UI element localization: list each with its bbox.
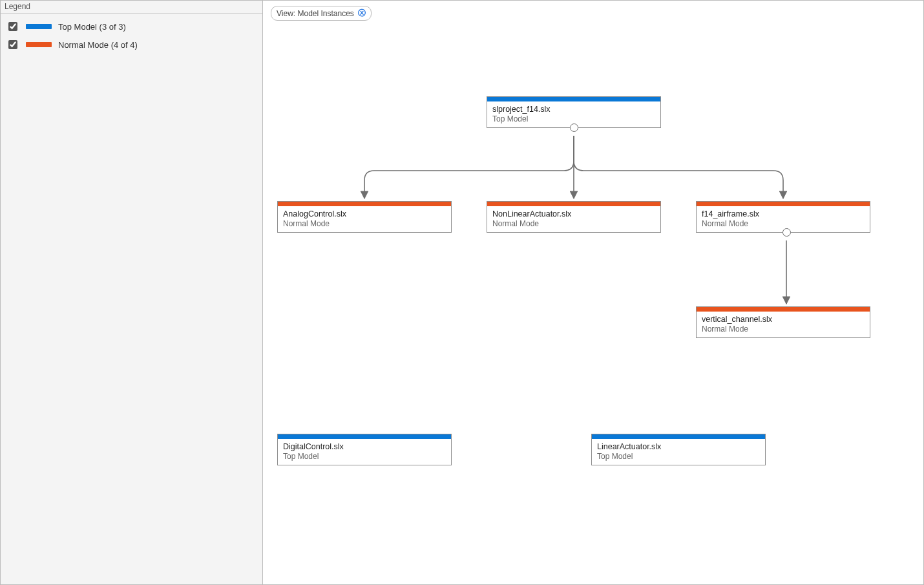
node-bar [278,434,451,439]
node-body: f14_airframe.slx Normal Mode [697,206,870,232]
node-analog[interactable]: AnalogControl.slx Normal Mode [277,201,452,233]
node-subtitle: Normal Mode [702,219,865,228]
node-title: slproject_f14.slx [492,105,655,114]
legend-panel: Legend Top Model (3 of 3) Normal Mode (4… [1,1,263,584]
node-bar [697,202,870,206]
node-root[interactable]: slproject_f14.slx Top Model [487,96,661,128]
node-bar [278,202,451,206]
legend-label-top-model: Top Model (3 of 3) [58,22,126,32]
node-body: AnalogControl.slx Normal Mode [278,206,451,232]
node-vertical[interactable]: vertical_channel.slx Normal Mode [696,306,870,338]
legend-checkbox-normal-mode[interactable] [8,40,17,49]
node-subtitle: Normal Mode [283,219,446,228]
node-subtitle: Normal Mode [702,324,865,334]
node-body: vertical_channel.slx Normal Mode [697,312,870,337]
node-title: AnalogControl.slx [283,209,446,218]
node-body: DigitalControl.slx Top Model [278,439,451,465]
legend-items: Top Model (3 of 3) Normal Mode (4 of 4) [1,14,262,58]
node-subtitle: Normal Mode [492,219,655,228]
graph-edges [263,1,924,585]
legend-item-top-model[interactable]: Top Model (3 of 3) [5,17,258,36]
legend-title: Legend [1,1,262,14]
legend-swatch-blue [26,24,52,29]
node-title: NonLinearActuator.slx [492,209,655,218]
node-digital[interactable]: DigitalControl.slx Top Model [277,434,452,465]
node-subtitle: Top Model [597,452,760,461]
node-title: DigitalControl.slx [283,442,446,451]
port-icon[interactable] [570,123,578,132]
node-bar [487,202,660,206]
legend-item-normal-mode[interactable]: Normal Mode (4 of 4) [5,36,258,54]
node-airframe[interactable]: f14_airframe.slx Normal Mode [696,201,870,233]
node-bar [592,434,765,439]
node-nonlinear[interactable]: NonLinearActuator.slx Normal Mode [487,201,661,233]
node-title: LinearActuator.slx [597,442,760,451]
node-body: LinearActuator.slx Top Model [592,439,765,465]
legend-checkbox-top-model[interactable] [8,22,17,31]
legend-swatch-orange [26,42,52,47]
port-icon[interactable] [782,228,791,237]
node-bar [487,97,660,101]
node-subtitle: Top Model [283,452,446,461]
app-root: Legend Top Model (3 of 3) Normal Mode (4… [0,0,924,585]
node-body: NonLinearActuator.slx Normal Mode [487,206,660,232]
legend-label-normal-mode: Normal Mode (4 of 4) [58,40,138,50]
node-title: vertical_channel.slx [702,315,865,324]
node-title: f14_airframe.slx [702,209,865,218]
node-linear[interactable]: LinearActuator.slx Top Model [591,434,766,465]
node-subtitle: Top Model [492,114,655,123]
graph-canvas[interactable]: View: Model Instances ⓧ [263,1,923,584]
node-bar [697,307,870,312]
